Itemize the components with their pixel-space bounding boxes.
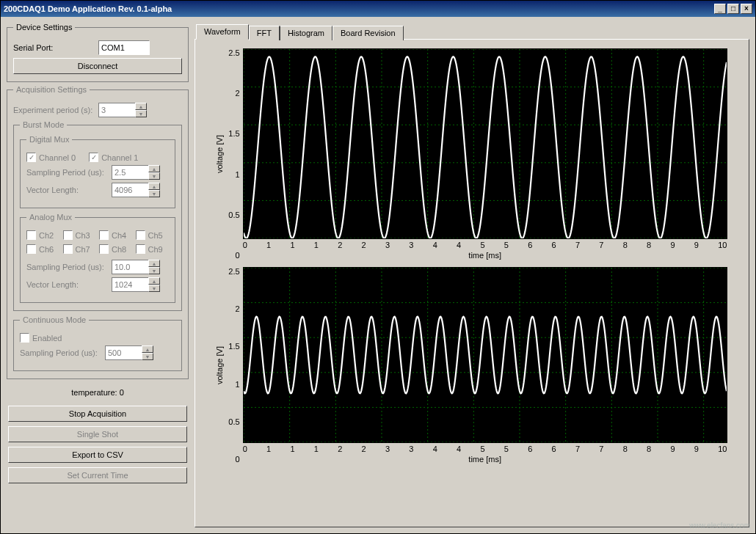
acquisition-settings-group: Acquisition Settings Experiment period (… [7,85,189,379]
chart-top-xlabel: time [ms] [243,251,727,260]
spin-up-icon[interactable]: ▲ [148,260,160,267]
digital-sampling-spin[interactable]: ▲▼ [112,165,160,180]
close-icon[interactable]: × [741,4,752,14]
app-window: 200CDAQ1 Demo Application Rev. 0.1-alpha… [0,0,756,534]
chart-top-ylabel: voltage [V] [214,48,225,260]
serial-port-input[interactable] [98,40,150,55]
analog-sampling-label: Sampling Period (us): [26,263,107,271]
digital-veclen-label: Vector Length: [26,186,107,194]
channel1-checkbox[interactable]: ✓Channel 1 [89,153,138,162]
device-settings-group: Device Settings Serial Port: Disconnect [7,23,189,82]
spin-up-icon[interactable]: ▲ [148,165,160,172]
continuous-enabled-label: Enabled [32,334,62,343]
analog-veclen-label: Vector Length: [26,280,107,289]
chart-bottom: voltage [V] 2.521.510.50 011122334455667… [200,267,741,464]
channel0-label: Channel 0 [39,153,76,162]
spin-down-icon[interactable]: ▼ [148,285,160,292]
spin-down-icon[interactable]: ▼ [135,110,147,117]
window-title: 200CDAQ1 Demo Application Rev. 0.1-alpha [4,4,172,13]
continuous-sampling-input[interactable] [105,345,142,360]
analog-sampling-input[interactable] [112,260,148,274]
burst-mode-legend: Burst Mode [20,120,67,129]
digital-sampling-input[interactable] [112,165,148,180]
analog-mux-legend: Analog Mux [26,213,75,222]
chart-top-yaxis: 2.521.510.50 [225,48,242,260]
ch8-label: Ch8 [112,245,126,254]
ch8-checkbox[interactable]: Ch8 [99,244,133,254]
digital-sampling-label: Sampling Period (us): [26,168,107,177]
analog-sampling-spin[interactable]: ▲▼ [112,260,160,274]
digital-mux-group: Digital Mux ✓Channel 0 ✓Channel 1 Sampli… [20,135,175,208]
continuous-mode-legend: Continuous Mode [20,315,89,324]
ch4-checkbox[interactable]: Ch4 [99,230,133,240]
set-current-time-button[interactable]: Set Current Time [8,467,187,483]
experiment-period-spin[interactable]: ▲▼ [98,103,147,117]
chart-top-xaxis: 0111223344556677889910 [243,239,727,249]
tab-panel-waveform: voltage [V] 2.521.510.50 011122334455667… [195,39,749,527]
ch6-checkbox[interactable]: Ch6 [26,244,60,254]
spin-up-icon[interactable]: ▲ [135,103,147,110]
spin-down-icon[interactable]: ▼ [148,190,160,197]
chart-top-plot[interactable] [243,48,727,239]
analog-veclen-spin[interactable]: ▲▼ [112,277,160,292]
stop-acquisition-button[interactable]: Stop Acquisition [8,406,187,422]
tab-histogram[interactable]: Histogram [280,26,332,40]
tab-board-revision[interactable]: Board Revision [332,26,404,40]
chart-bottom-plot[interactable] [243,267,727,443]
single-shot-button[interactable]: Single Shot [8,426,187,442]
tab-waveform[interactable]: Waveform [196,24,249,40]
continuous-sampling-label: Sampling Period (us): [20,348,101,357]
digital-veclen-spin[interactable]: ▲▼ [112,183,160,197]
ch3-checkbox[interactable]: Ch3 [63,230,97,240]
ch7-checkbox[interactable]: Ch7 [63,244,97,254]
tab-fft[interactable]: FFT [249,26,280,40]
chart-bottom-yaxis: 2.521.510.50 [225,267,242,464]
ch5-label: Ch5 [148,231,163,240]
ch5-checkbox[interactable]: Ch5 [136,230,170,240]
minimize-icon[interactable]: _ [714,4,726,14]
ch3-label: Ch3 [76,231,90,240]
continuous-sampling-spin[interactable]: ▲▼ [105,345,153,360]
disconnect-button[interactable]: Disconnect [13,58,182,74]
spin-up-icon[interactable]: ▲ [142,345,153,353]
spin-up-icon[interactable]: ▲ [148,183,160,190]
experiment-period-label: Experiment period (s): [13,106,94,114]
chart-bottom-ylabel: voltage [V] [214,267,225,464]
export-csv-button[interactable]: Export to CSV [8,447,187,463]
ch9-checkbox[interactable]: Ch9 [136,244,170,254]
ch2-checkbox[interactable]: Ch2 [26,230,60,240]
temperature-label: temperature: 0 [7,388,189,397]
chart-bottom-xlabel: time [ms] [243,455,727,464]
tabstrip: Waveform FFT Histogram Board Revision [196,23,749,39]
experiment-period-input[interactable] [98,103,135,117]
analog-mux-group: Analog Mux Ch2 Ch3 Ch4 Ch5 Ch6 Ch7 Ch8 C… [20,213,175,303]
channel0-checkbox[interactable]: ✓Channel 0 [26,153,76,162]
ch6-label: Ch6 [39,245,54,254]
serial-port-label: Serial Port: [13,43,94,52]
titlebar[interactable]: 200CDAQ1 Demo Application Rev. 0.1-alpha… [1,1,755,17]
spin-down-icon[interactable]: ▼ [148,267,160,274]
spin-up-icon[interactable]: ▲ [148,277,160,285]
ch7-label: Ch7 [76,245,90,254]
spin-down-icon[interactable]: ▼ [148,172,160,180]
watermark: www.elecfans.com [689,522,750,530]
spin-down-icon[interactable]: ▼ [142,353,153,360]
channel1-label: Channel 1 [101,153,138,162]
continuous-enabled-checkbox[interactable]: Enabled [20,333,62,343]
chart-bottom-xaxis: 0111223344556677889910 [243,443,727,453]
digital-veclen-input[interactable] [112,183,148,197]
continuous-mode-group: Continuous Mode Enabled Sampling Period … [13,315,182,371]
analog-channel-grid: Ch2 Ch3 Ch4 Ch5 Ch6 Ch7 Ch8 Ch9 [26,230,169,254]
chart-top: voltage [V] 2.521.510.50 011122334455667… [200,48,741,260]
burst-mode-group: Burst Mode Digital Mux ✓Channel 0 ✓Chann… [13,120,182,311]
acquisition-settings-legend: Acquisition Settings [13,85,90,94]
client-area: Device Settings Serial Port: Disconnect … [1,17,755,533]
ch9-label: Ch9 [148,245,163,254]
ch2-label: Ch2 [39,231,54,240]
maximize-icon[interactable]: □ [727,4,739,14]
ch4-label: Ch4 [112,231,126,240]
analog-veclen-input[interactable] [112,277,148,292]
device-settings-legend: Device Settings [13,23,75,32]
digital-mux-legend: Digital Mux [26,135,72,144]
